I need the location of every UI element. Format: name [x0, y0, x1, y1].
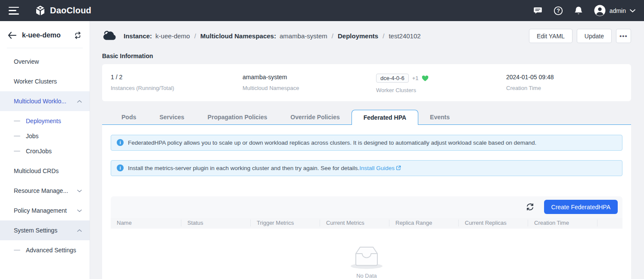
chevron-down-icon	[77, 189, 82, 192]
cluster-name: k-uee-demo	[22, 31, 68, 39]
heart-icon	[422, 75, 429, 81]
info-field-namespace: amamba-system Multicloud Namespace	[243, 74, 376, 93]
tab-propagation-policies[interactable]: Propagation Policies	[196, 110, 279, 124]
tab-bar: Pods Services Propagation Policies Overr…	[102, 110, 631, 125]
sidebar-item-system-settings[interactable]: System Settings	[0, 220, 90, 240]
sidebar-item-jobs[interactable]: Jobs	[0, 128, 90, 143]
svg-text:?: ?	[557, 8, 560, 14]
basic-information-card: 1 / 2 Instances (Running/Total) amamba-s…	[102, 64, 631, 101]
tab-pods[interactable]: Pods	[110, 110, 148, 124]
dash-icon	[14, 121, 20, 121]
daocloud-app: DaoCloud ? admin	[0, 0, 644, 279]
breadcrumb-deployments-link[interactable]: Deployments	[338, 32, 378, 40]
breadcrumb-namespace-value[interactable]: amamba-system	[280, 32, 327, 40]
sidebar-item-policy-management[interactable]: Policy Management	[0, 201, 90, 220]
chevron-up-icon	[77, 100, 82, 103]
topbar: DaoCloud ? admin	[0, 0, 644, 21]
cluster-extra-count: +1	[412, 75, 419, 81]
sidebar-item-overview[interactable]: Overview	[0, 52, 90, 71]
chevron-up-icon	[77, 229, 82, 232]
sidebar-item-label: Multicloud Worklo...	[14, 98, 66, 105]
column-header-current-metrics: Current Metrics	[320, 220, 389, 226]
user-name: admin	[610, 7, 626, 14]
table-empty-state: No Data	[111, 229, 622, 279]
tab-federated-hpa[interactable]: Federated HPA	[352, 110, 418, 125]
sidebar-item-label: Worker Clusters	[14, 78, 57, 85]
breadcrumb: Instance: k-uee-demo / Multicloud Namesp…	[124, 32, 421, 40]
info-field-worker-clusters: dce-4-0-6 +1 Worker Clusters	[376, 74, 506, 93]
breadcrumb-separator: /	[382, 32, 385, 40]
help-icon[interactable]: ?	[554, 6, 563, 16]
sidebar-item-label: Advanced Settings	[26, 247, 76, 254]
federated-hpa-panel: i FederatedHPA policy allows you to scal…	[102, 125, 631, 279]
basic-information-title: Basic Information	[102, 53, 631, 59]
brand-logo[interactable]: DaoCloud	[34, 5, 91, 16]
table-toolbar: Create FederatedHPA	[111, 196, 622, 218]
chevron-down-icon	[630, 9, 635, 12]
sidebar-item-advanced-settings[interactable]: Advanced Settings	[0, 242, 90, 257]
menu-icon[interactable]	[9, 7, 19, 15]
cluster-chip: dce-4-0-6	[376, 74, 409, 83]
column-header-creation-time: Creation Time	[528, 220, 597, 226]
main-content: Instance: k-uee-demo / Multicloud Namesp…	[90, 21, 644, 279]
sidebar-item-cronjobs[interactable]: CronJobs	[0, 143, 90, 158]
sidebar-item-label: System Settings	[14, 227, 57, 234]
more-actions-button[interactable]: •••	[616, 29, 631, 43]
tab-services[interactable]: Services	[148, 110, 196, 124]
breadcrumb-instance-label: Instance:	[124, 32, 152, 40]
chevron-down-icon	[77, 209, 82, 212]
column-header-status: Status	[181, 220, 250, 226]
sidebar-item-multicloud-workloads[interactable]: Multicloud Worklo...	[0, 91, 90, 111]
sidebar-item-label: CronJobs	[26, 148, 52, 155]
cloud-icon	[102, 30, 118, 43]
sidebar-item-deployments[interactable]: Deployments	[0, 113, 90, 128]
create-federatedhpa-button[interactable]: Create FederatedHPA	[544, 200, 618, 214]
column-header-current-replicas: Current Replicas	[458, 220, 528, 226]
info-field-instances: 1 / 2 Instances (Running/Total)	[111, 74, 243, 93]
column-header-name: Name	[111, 220, 181, 226]
info-field-creation-time: 2024-01-05 09:48 Creation Time	[506, 74, 554, 93]
chat-icon[interactable]	[533, 6, 543, 16]
avatar	[594, 5, 606, 16]
sidebar-item-multicloud-crds[interactable]: Multicloud CRDs	[0, 161, 90, 181]
topbar-right: ? admin	[533, 5, 635, 16]
no-data-label: No Data	[356, 273, 377, 279]
breadcrumb-instance-value[interactable]: k-uee-demo	[156, 32, 190, 40]
info-alert-policy: i FederatedHPA policy allows you to scal…	[111, 135, 622, 151]
user-menu[interactable]: admin	[594, 5, 635, 16]
breadcrumb-namespace-label: Multicloud Namespaces:	[200, 32, 276, 40]
install-guides-link[interactable]: Install Guides	[359, 165, 401, 171]
column-header-trigger-metrics: Trigger Metrics	[250, 220, 320, 226]
page-header: Instance: k-uee-demo / Multicloud Namesp…	[102, 27, 631, 45]
field-label: Multicloud Namespace	[243, 85, 376, 91]
header-actions: Edit YAML Update •••	[529, 29, 631, 43]
update-button[interactable]: Update	[577, 29, 612, 43]
alert-text: FederatedHPA policy allows you to scale …	[128, 140, 536, 146]
daocloud-logo-icon	[34, 5, 46, 16]
tab-override-policies[interactable]: Override Policies	[279, 110, 351, 124]
alert-text: Install the metrics-server plugin in eac…	[128, 165, 401, 171]
sidebar-item-label: Jobs	[26, 133, 39, 140]
dash-icon	[14, 151, 20, 152]
tab-events[interactable]: Events	[418, 110, 461, 124]
sidebar-item-resource-management[interactable]: Resource Manage...	[0, 181, 90, 201]
dash-icon	[14, 136, 20, 136]
field-label: Worker Clusters	[376, 87, 506, 93]
column-header-actions	[597, 220, 622, 226]
info-icon: i	[117, 139, 124, 146]
bell-icon[interactable]	[574, 6, 583, 16]
table-header: Name Status Trigger Metrics Current Metr…	[111, 218, 622, 229]
field-label: Creation Time	[506, 85, 554, 91]
empty-box-icon	[350, 244, 383, 269]
field-label: Instances (Running/Total)	[111, 85, 243, 91]
edit-yaml-button[interactable]: Edit YAML	[529, 29, 572, 43]
sidebar-item-label: Overview	[14, 58, 39, 65]
column-header-replica-range: Replica Range	[389, 220, 458, 226]
sidebar-item-worker-clusters[interactable]: Worker Clusters	[0, 71, 90, 91]
switch-cluster-icon[interactable]	[74, 31, 82, 39]
brand-name: DaoCloud	[50, 6, 91, 16]
back-arrow-icon[interactable]	[8, 32, 16, 39]
sidebar: k-uee-demo Overview Worker Clusters Mult…	[0, 21, 90, 279]
field-value: amamba-system	[243, 74, 376, 81]
refresh-icon[interactable]	[525, 202, 535, 212]
